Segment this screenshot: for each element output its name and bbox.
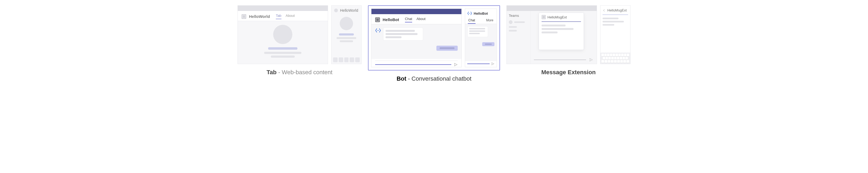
app-title: HelloWorld <box>249 14 270 19</box>
app-title: HelloBot <box>382 17 399 22</box>
user-message <box>436 46 458 51</box>
keyboard[interactable] <box>600 53 630 64</box>
bot-icon <box>467 11 472 16</box>
text-placeholder <box>271 55 295 58</box>
result-placeholder[interactable] <box>541 25 565 26</box>
svg-point-3 <box>470 13 470 14</box>
nav-icon[interactable] <box>344 57 349 62</box>
svg-point-2 <box>469 13 470 14</box>
tab-about[interactable]: About <box>286 14 295 19</box>
message-extension-popup: HelloMsgExt <box>539 13 584 50</box>
highlight-frame: HelloBot Chat About <box>368 5 500 71</box>
tab-content <box>238 21 328 61</box>
tab-chat[interactable]: Chat <box>405 17 412 22</box>
caption-bold: Message Extension <box>541 69 596 76</box>
tab-more[interactable]: More <box>486 17 494 24</box>
section-tab: HelloWorld Tab About He <box>238 5 362 76</box>
tab-tab[interactable]: Tab <box>276 14 281 19</box>
section-bot: HelloBot Chat About <box>368 5 500 82</box>
sidebar: Teams <box>507 11 531 64</box>
user-message <box>482 42 494 46</box>
popup-title: HelloMsgExt <box>548 15 567 19</box>
window-titlebar <box>238 6 328 11</box>
avatar-placeholder-icon <box>273 25 292 44</box>
tab-mobile-mock: HelloWorld <box>331 5 362 64</box>
caption-bold: Tab <box>267 69 276 76</box>
app-icon <box>375 17 380 22</box>
result-placeholder[interactable] <box>602 21 624 22</box>
text-placeholder <box>340 40 353 42</box>
sidebar-title: Teams <box>509 14 528 18</box>
window-titlebar <box>371 9 461 14</box>
nav-icon[interactable] <box>355 57 360 62</box>
nav-icon[interactable] <box>339 57 343 62</box>
sidebar-item[interactable] <box>509 20 528 24</box>
avatar-placeholder-icon <box>340 17 353 30</box>
bot-message <box>375 27 458 41</box>
caption-bot: Bot - Conversational chatbot <box>397 75 471 82</box>
caption-rest: - Conversational chatbot <box>406 75 471 82</box>
ext-mobile-mock: HelloMsgExt <box>600 5 630 64</box>
ext-desktop-mock: Teams HelloMsgExt <box>506 5 597 64</box>
heading-placeholder <box>339 33 354 35</box>
team-icon <box>509 20 513 24</box>
result-placeholder[interactable] <box>541 28 574 30</box>
bot-icon <box>375 27 381 33</box>
heading-placeholder <box>268 47 298 50</box>
section-ext: Teams HelloMsgExt <box>506 5 630 76</box>
bot-desktop-mock: HelloBot Chat About <box>371 8 462 67</box>
svg-point-0 <box>377 30 378 31</box>
caption-ext: Message Extension <box>541 69 596 76</box>
send-icon[interactable] <box>454 63 458 67</box>
result-placeholder[interactable] <box>541 31 558 33</box>
compose-box[interactable] <box>465 61 497 67</box>
search-field-underline[interactable] <box>602 15 628 15</box>
tab-chat[interactable]: Chat <box>468 17 475 24</box>
app-icon <box>541 15 546 19</box>
compose-box[interactable] <box>534 59 586 60</box>
text-placeholder <box>337 37 356 39</box>
app-title: HelloWorld <box>340 8 358 13</box>
app-title: HelloBot <box>474 11 488 16</box>
send-icon[interactable] <box>491 62 494 66</box>
app-title: HelloMsgExt <box>607 8 627 12</box>
text-placeholder <box>264 52 301 54</box>
sidebar-item[interactable] <box>509 26 528 28</box>
app-icon <box>242 14 246 19</box>
result-placeholder[interactable] <box>602 24 614 26</box>
caption-bold: Bot <box>397 75 406 82</box>
sidebar-item[interactable] <box>509 30 528 31</box>
nav-icon[interactable] <box>333 57 338 62</box>
result-placeholder[interactable] <box>602 18 619 19</box>
app-icon <box>334 8 338 12</box>
bot-mobile-mock: HelloBot Chat More <box>465 8 497 67</box>
tab-about[interactable]: About <box>416 17 426 22</box>
window-titlebar <box>507 6 597 11</box>
back-icon[interactable] <box>602 9 606 12</box>
nav-icon[interactable] <box>350 57 354 62</box>
compose-box[interactable] <box>375 60 458 68</box>
bot-message <box>467 26 488 37</box>
caption-rest: - Web-based content <box>277 69 333 76</box>
send-icon[interactable] <box>589 58 593 62</box>
caption-tab: Tab - Web-based content <box>267 69 332 76</box>
tab-desktop-mock: HelloWorld Tab About <box>238 5 328 64</box>
search-field-underline[interactable] <box>541 21 581 22</box>
svg-point-1 <box>378 30 379 31</box>
